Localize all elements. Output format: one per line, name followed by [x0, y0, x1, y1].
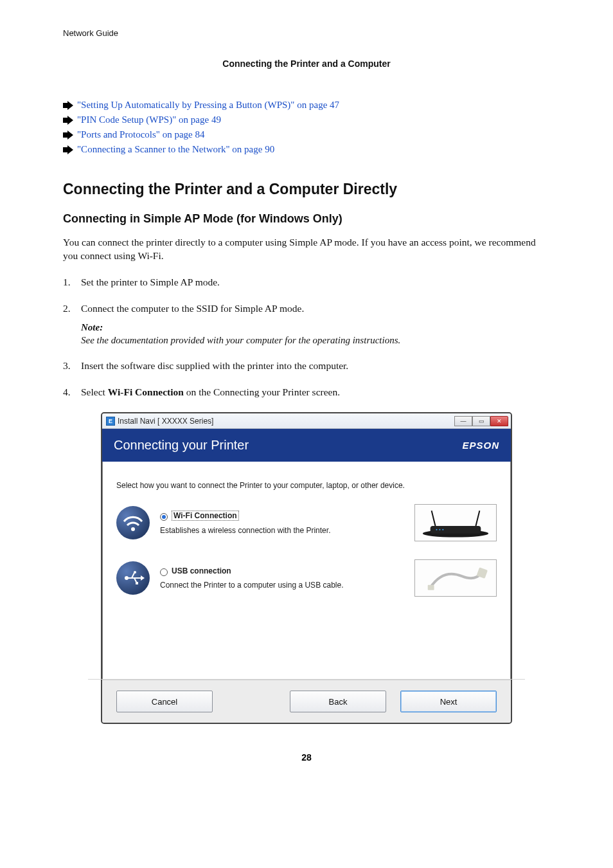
dialog-instruction: Select how you want to connect the Print…	[116, 481, 497, 490]
option-usb-row[interactable]: USB connection Connect the Printer to a …	[116, 559, 497, 597]
step-3: Insert the software disc supplied with t…	[63, 359, 550, 373]
svg-rect-20	[428, 585, 434, 590]
heading-simple-ap: Connecting in Simple AP Mode (for Window…	[63, 212, 550, 226]
link-arrow-icon	[63, 101, 73, 110]
note-body: See the documentation provided with your…	[81, 334, 550, 347]
svg-point-16	[134, 571, 136, 574]
steps-list: Set the printer to Simple AP mode. Conne…	[63, 276, 550, 399]
note-block: Note: See the documentation provided wit…	[81, 321, 550, 347]
back-button[interactable]: Back	[290, 691, 386, 712]
link-arrow-icon	[63, 116, 73, 125]
related-links-list: "Setting Up Automatically by Pressing a …	[63, 100, 550, 155]
cancel-button[interactable]: Cancel	[116, 691, 213, 712]
install-navi-dialog: E Install Navi [ XXXXX Series] — ▭ ✕ Con…	[101, 412, 512, 724]
dialog-header: Connecting your Printer EPSON	[102, 429, 511, 462]
note-head: Note:	[81, 321, 550, 334]
link-item: "Setting Up Automatically by Pressing a …	[63, 100, 550, 111]
svg-point-9	[436, 529, 438, 530]
window-title: Install Navi [ XXXXX Series]	[118, 417, 213, 426]
dialog-footer: Cancel Back Next	[102, 680, 511, 723]
svg-marker-3	[63, 145, 73, 154]
svg-point-10	[439, 529, 440, 530]
svg-rect-18	[136, 582, 138, 584]
maximize-button[interactable]: ▭	[472, 416, 490, 426]
svg-marker-14	[141, 575, 145, 581]
link-auto-wps[interactable]: "Setting Up Automatically by Pressing a …	[77, 100, 339, 111]
link-ports-protocols[interactable]: "Ports and Protocols" on page 84	[77, 129, 204, 140]
svg-point-11	[442, 529, 443, 530]
svg-marker-2	[63, 131, 73, 140]
router-image	[414, 504, 497, 541]
usb-option-label: USB connection	[172, 566, 231, 575]
app-icon: E	[106, 417, 115, 426]
svg-marker-0	[63, 101, 73, 110]
wifi-option-desc: Establishes a wireless connection with t…	[160, 526, 330, 535]
section-title: Connecting the Printer and a Computer	[63, 59, 550, 69]
wifi-icon	[116, 506, 150, 539]
running-head: Network Guide	[63, 28, 550, 38]
usb-icon	[116, 561, 150, 595]
dialog-title: Connecting your Printer	[114, 438, 249, 453]
usb-cable-image	[414, 559, 497, 597]
epson-logo: EPSON	[462, 440, 499, 451]
option-wifi-row[interactable]: Wi-Fi Connection Establishes a wireless …	[116, 504, 497, 541]
link-scanner-network[interactable]: "Connecting a Scanner to the Network" on…	[77, 144, 274, 155]
link-item: "PIN Code Setup (WPS)" on page 49	[63, 114, 550, 125]
heading-connecting-directly: Connecting the Printer and a Computer Di…	[63, 181, 550, 198]
link-item: "Connecting a Scanner to the Network" on…	[63, 144, 550, 155]
usb-radio[interactable]	[160, 568, 168, 576]
page-number: 28	[63, 752, 550, 763]
minimize-button[interactable]: —	[454, 416, 472, 426]
svg-line-7	[432, 511, 436, 526]
svg-line-8	[475, 511, 479, 526]
link-arrow-icon	[63, 145, 73, 154]
intro-paragraph: You can connect the printer directly to …	[63, 236, 550, 263]
svg-rect-6	[431, 526, 481, 534]
link-pin-wps[interactable]: "PIN Code Setup (WPS)" on page 49	[77, 114, 221, 125]
step-2: Connect the computer to the SSID for Sim…	[63, 302, 550, 347]
svg-point-4	[131, 527, 135, 531]
link-item: "Ports and Protocols" on page 84	[63, 129, 550, 140]
window-titlebar: E Install Navi [ XXXXX Series] — ▭ ✕	[102, 413, 511, 429]
svg-marker-1	[63, 116, 73, 125]
step-1: Set the printer to Simple AP mode.	[63, 276, 550, 289]
step-4: Select Wi-Fi Connection on the Connectin…	[63, 386, 550, 399]
usb-option-desc: Connect the Printer to a computer using …	[160, 581, 344, 590]
wifi-radio[interactable]	[160, 513, 168, 521]
wifi-option-label: Wi-Fi Connection	[172, 511, 239, 521]
close-button[interactable]: ✕	[490, 416, 508, 426]
svg-line-15	[132, 573, 134, 578]
link-arrow-icon	[63, 131, 73, 140]
next-button[interactable]: Next	[400, 691, 497, 712]
